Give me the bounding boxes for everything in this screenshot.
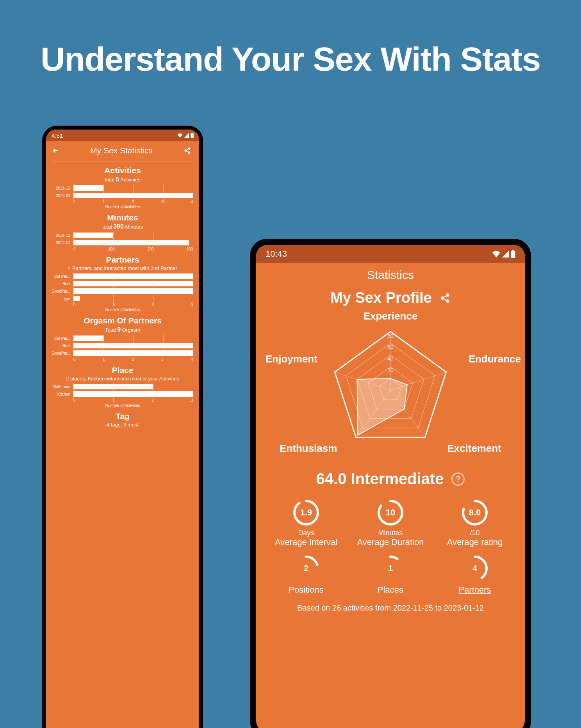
status-bar: 4:51 [46,130,199,141]
bar-row: 2021-12 [73,185,193,192]
bar-row: yyn [73,295,193,302]
share-icon [184,147,191,154]
profile-title-row: My Sex Profile [256,284,525,310]
battery-icon [191,133,194,138]
svg-rect-1 [191,133,192,133]
bar-label: 2021-12 [50,186,72,190]
metric-label[interactable]: Partners [433,585,517,595]
axis-ticks: 01234 [50,357,195,362]
status-icons [492,250,515,258]
radar-label-experience: Experience [364,310,418,322]
bar-label: Best [50,344,72,348]
hbar-chart: Bathroom Kitchen 0123Number of Activitie… [50,383,195,408]
bar-row: GoodPar... [73,350,193,357]
page-title: My Sex Statistics [61,146,182,155]
axis-label: Number of Activities [50,403,195,408]
hbar-chart: 2nd Par... Best GoodPar... yyn 0369Numbe… [50,273,195,312]
bar-row: 2nd Par... [73,273,193,280]
bar-row: 2022-01 [73,239,193,246]
bar-row: 2021-12 [73,232,193,239]
bar-label: 2022-01 [50,241,72,245]
axis-ticks: 0369 [50,303,195,307]
bar-row: Kitchen [73,391,193,398]
bar-label: Bathroom [50,385,72,389]
status-time: 4:51 [52,132,63,139]
svg-point-2 [188,148,190,150]
section-title: Activities [50,166,195,175]
svg-marker-20 [357,378,407,435]
bar-label: 2021-12 [50,233,72,238]
bar-row: Best [73,280,193,287]
score-text: 64.0 Intermediate [316,470,444,488]
section-activities: Activitiestotal 5 Activities 2021-12 202… [46,163,199,211]
axis-ticks: 0100200300 [50,247,195,251]
wifi-icon [492,250,501,257]
section-orgasm: Orgasm Of PartnersTotal 9 Orgasm 2nd Par… [46,314,199,363]
page-header: Statistics [256,263,525,284]
metric-value: 10 [376,499,405,527]
share-button[interactable] [440,293,451,304]
hbar-chart: 2nd Par... Best GoodPar... 01234 [50,335,195,362]
bar-label: GoodPar... [50,351,72,355]
axis-label: Number of Activities [50,308,195,312]
metric-unit: /10 [433,529,517,537]
bar-row: Best [73,342,193,349]
radar-label-excitement: Excitement [447,442,501,455]
footer-note: Based on 26 activities from 2022-11-25 t… [256,598,525,618]
metric-places: 1 Places [348,554,433,595]
section-subtitle: Total 9 Orgasm [50,326,195,333]
section-subtitle: 4 tags, 3 most [50,422,195,428]
section-title: Partners [50,255,195,265]
bar-label: 2nd Par... [50,336,72,341]
bar-label: 2022-01 [50,194,72,198]
profile-title: My Sex Profile [330,289,432,306]
section-subtitle: 4 Partners, and interacted most with 2nd… [50,265,195,271]
progress-ring: 8.0 [461,499,489,527]
section-tag: Tag4 tags, 3 most [46,409,199,431]
arrow-left-icon [52,147,59,154]
hbar-chart: 2021-12 2022-01 01234Number of Activitie… [50,185,195,209]
metric-value: 1.9 [292,499,320,527]
axis-label: Number of Activities [50,205,195,209]
bar-row: GoodPar... [73,288,193,295]
svg-rect-0 [191,133,194,138]
screen-left: 4:51 My Sex Statistics Activitiestotal 5… [46,130,199,728]
section-place: Place2 places, Kitchen witnessed most of… [46,363,199,409]
metric-partners[interactable]: 4 Partners [433,554,517,595]
section-partners: Partners4 Partners, and interacted most … [46,253,199,314]
bar-label: yyn [50,297,72,301]
hero-title: Understand Your Sex With Stats [0,0,581,78]
radar-tick: 60 [387,344,394,350]
metric-average-rating: 8.0 /10 Average rating [433,499,517,547]
metric-label: Positions [264,585,348,595]
metrics-grid: 1.9 Days Average Interval 10 Minutes Ave… [256,488,525,598]
app-bar: My Sex Statistics [46,141,199,160]
metric-positions: 2 Positions [264,554,348,595]
metric-label: Places [348,585,433,595]
section-title: Place [50,366,195,375]
share-button[interactable] [182,145,193,156]
section-subtitle: total 5 Activities [50,176,195,183]
metric-average-interval: 1.9 Days Average Interval [264,499,348,547]
svg-point-9 [446,300,449,302]
progress-ring: 4 [461,554,489,582]
help-button[interactable]: ? [451,472,465,486]
metric-unit: Minutes [348,529,433,537]
signal-icon [184,133,189,138]
svg-rect-6 [512,250,514,251]
status-time: 10:43 [266,249,287,259]
svg-rect-5 [511,251,515,258]
section-title: Minutes [50,213,195,222]
progress-ring: 1 [376,554,405,582]
bar-label: Kitchen [50,392,72,396]
back-button[interactable] [50,145,61,156]
svg-point-8 [441,297,444,299]
bar-row: 2nd Par... [73,335,193,342]
progress-ring: 10 [376,499,405,527]
radar-chart: Experience Endurance Excitement Enthusia… [256,310,525,466]
radar-label-enthusiasm: Enthusiasm [280,442,337,455]
status-icons [177,133,194,138]
progress-ring: 2 [292,554,320,582]
section-title: Orgasm Of Partners [50,316,195,325]
bar-label: 2nd Par... [50,274,72,279]
